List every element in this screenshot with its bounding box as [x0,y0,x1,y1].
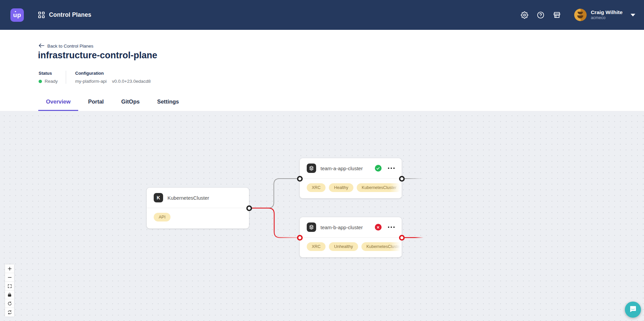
canvas-controls [5,264,14,317]
status-ready-text: Ready [45,79,58,84]
help-button[interactable] [537,11,544,19]
back-to-control-planes-link[interactable]: Back to Control Planes [39,43,93,49]
node-tags: API [147,208,249,226]
node-tags: XRC Unhealthy KubernetesCluster [300,238,402,256]
tab-bar: Overview Portal GitOps Settings [38,99,187,111]
layers-icon [307,222,316,232]
handle-team-a-source[interactable] [399,176,405,182]
resource-graph-canvas[interactable]: K KubernetesCluster API team-a-app-clust… [0,111,644,321]
unhealthy-x-icon [375,224,382,231]
zoom-out-button[interactable] [5,273,14,282]
meta-divider [66,71,66,84]
navbar-actions: Craig Wilhite acmeco [512,9,635,21]
healthy-check-icon [375,165,382,172]
handle-team-b-source[interactable] [399,235,405,241]
user-avatar[interactable] [574,9,587,21]
layers-icon [307,164,316,173]
chat-bubble-icon [629,305,637,314]
tag-xrc: XRC [307,242,326,251]
node-tags: XRC Healthy KubernetesCluster [300,179,402,197]
node-header: K KubernetesCluster [147,188,249,208]
caret-down-icon[interactable] [631,14,635,16]
configuration-value: my-platform-api v0.0.0+23.0edacd8 [75,79,151,84]
node-title: team-b-app-cluster [320,224,370,230]
tag-healthy: Healthy [329,183,353,192]
tag-xrc: XRC [307,183,326,192]
rotate-icon [7,301,12,306]
app-window: up Control Planes [0,0,644,321]
tag-unhealthy: Unhealthy [329,242,358,251]
chat-launcher-button[interactable] [625,302,641,318]
handle-team-b-target[interactable] [297,235,303,241]
node-kubernetescluster[interactable]: K KubernetesCluster API [147,188,249,229]
edge-to-team-a [249,179,300,208]
k-icon: K [154,193,163,202]
apps-grid-icon [38,12,45,18]
plus-icon [7,266,12,271]
gear-icon [521,11,528,19]
settings-button[interactable] [521,11,528,19]
status-ready-dot [39,80,42,83]
user-org: acmeco [591,15,623,20]
app-title: Control Planes [49,11,91,18]
handle-kubernetescluster-source[interactable] [246,205,252,211]
configuration-version: v0.0.0+23.0edacd8 [112,79,151,84]
tab-overview[interactable]: Overview [38,99,78,111]
user-name: Craig Wilhite [591,9,623,15]
marketplace-button[interactable] [553,11,561,19]
configuration-name: my-platform-api [75,79,107,84]
node-team-b-app-cluster[interactable]: team-b-app-cluster XRC Unhealthy Kuberne… [300,217,402,257]
edge-to-team-b [249,208,300,238]
zoom-in-button[interactable] [5,264,14,273]
tag-fade-overlay [390,179,402,197]
minus-icon [7,275,12,280]
lock-icon [7,293,12,297]
rotate-button[interactable] [5,299,14,308]
top-navbar: up Control Planes [0,0,644,30]
fit-view-icon [7,284,12,288]
arrow-left-icon [39,43,44,49]
lock-button[interactable] [5,291,14,299]
node-title: KubernetesCluster [167,195,242,201]
node-menu-button[interactable] [388,225,395,230]
status-block: Status Ready [39,71,58,84]
configuration-label: Configuration [75,71,151,76]
tab-settings[interactable]: Settings [149,99,187,111]
meta-row: Status Ready Configuration my-platform-a… [39,71,151,84]
node-header: team-b-app-cluster [300,217,402,238]
handle-team-a-target[interactable] [297,176,303,182]
marketplace-icon [553,11,561,19]
upbound-logo[interactable]: up [10,8,24,22]
refresh-icon [7,310,12,315]
help-icon [537,11,544,19]
graph-edges [0,111,644,321]
fit-view-button[interactable] [5,282,14,291]
node-title: team-a-app-cluster [320,166,370,171]
status-label: Status [39,71,58,76]
user-info: Craig Wilhite acmeco [591,9,623,20]
tab-portal[interactable]: Portal [80,99,111,111]
node-team-a-app-cluster[interactable]: team-a-app-cluster XRC Healthy Kubernete… [300,158,402,198]
back-link-label: Back to Control Planes [47,44,93,49]
node-menu-button[interactable] [388,166,395,171]
status-value: Ready [39,79,58,84]
tag-fade-overlay [390,238,402,256]
configuration-block: Configuration my-platform-api v0.0.0+23.… [75,71,151,84]
page-header: Back to Control Planes infrastructure-co… [0,30,644,111]
page-title: infrastructure-control-plane [38,50,157,61]
tab-gitops[interactable]: GitOps [113,99,147,111]
node-header: team-a-app-cluster [300,158,402,179]
tag-api: API [154,213,170,221]
refresh-button[interactable] [5,308,14,317]
